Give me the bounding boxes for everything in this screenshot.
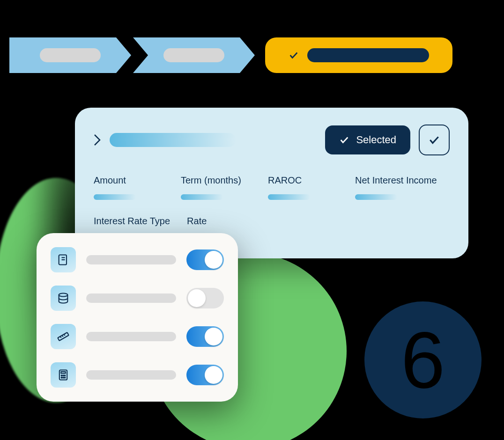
card-header: Selected (94, 125, 450, 155)
metric-label: RAROC (268, 175, 338, 186)
metric-label: Rate (187, 216, 257, 227)
decorative-shadow (290, 75, 393, 112)
toggle-label-placeholder (86, 255, 176, 264)
metric-raroc: RAROC (268, 175, 338, 200)
svg-point-12 (61, 377, 62, 378)
svg-point-10 (63, 375, 64, 376)
step-label-placeholder (40, 48, 101, 62)
metric-amount: Amount (94, 175, 164, 200)
check-icon (289, 50, 299, 60)
status-label-placeholder (307, 48, 429, 62)
svg-point-14 (65, 377, 66, 378)
toggle-row-2 (51, 286, 224, 311)
progress-steps (9, 37, 452, 73)
step-number-badge: 6 (364, 301, 482, 418)
settings-toggle-panel (37, 233, 238, 402)
toggle-row-1 (51, 247, 224, 272)
progress-status-pill[interactable] (265, 37, 452, 73)
progress-step-1[interactable] (9, 37, 131, 73)
scroll-icon (51, 247, 76, 272)
check-icon (339, 135, 349, 145)
toggle-1[interactable] (186, 249, 224, 270)
metrics-row-1: Amount Term (months) RAROC Net Interest … (94, 175, 450, 200)
metric-value-placeholder (268, 194, 310, 200)
svg-line-4 (60, 337, 61, 338)
toggle-row-4 (51, 362, 224, 388)
database-icon (51, 286, 76, 311)
metric-rate-type: Interest Rate Type (94, 216, 170, 235)
toggle-row-3 (51, 324, 224, 349)
toggle-label-placeholder (86, 332, 176, 341)
svg-line-5 (62, 336, 63, 337)
metrics-row-2: Interest Rate Type Rate (94, 216, 450, 235)
svg-point-11 (65, 375, 66, 376)
metric-label: Interest Rate Type (94, 216, 170, 227)
toggle-3[interactable] (186, 326, 224, 347)
metric-label: Amount (94, 175, 164, 186)
metric-value-placeholder (181, 194, 223, 200)
svg-rect-8 (61, 372, 65, 374)
metric-label: Net Interest Income (355, 175, 437, 186)
step-label-placeholder (163, 48, 224, 62)
metric-rate: Rate (187, 216, 257, 235)
toggle-label-placeholder (86, 293, 176, 303)
progress-step-2[interactable] (133, 37, 255, 73)
svg-point-13 (63, 377, 64, 378)
step-number: 6 (401, 314, 445, 406)
card-title-placeholder (110, 133, 236, 147)
metric-nii: Net Interest Income (355, 175, 437, 200)
toggle-4[interactable] (186, 365, 224, 385)
metric-value-placeholder (94, 194, 136, 200)
metric-label: Term (months) (181, 175, 251, 186)
chevron-right-icon[interactable] (94, 134, 101, 146)
metric-value-placeholder (355, 194, 397, 200)
toggle-label-placeholder (86, 370, 176, 380)
svg-line-6 (64, 335, 65, 336)
selected-button-label: Selected (356, 134, 396, 146)
svg-point-9 (61, 375, 62, 376)
svg-point-2 (59, 293, 68, 297)
confirm-button[interactable] (419, 125, 450, 155)
ruler-icon (51, 324, 76, 349)
selected-button[interactable]: Selected (325, 125, 410, 154)
metric-term: Term (months) (181, 175, 251, 200)
calculator-icon (51, 362, 76, 388)
toggle-2[interactable] (186, 288, 224, 308)
